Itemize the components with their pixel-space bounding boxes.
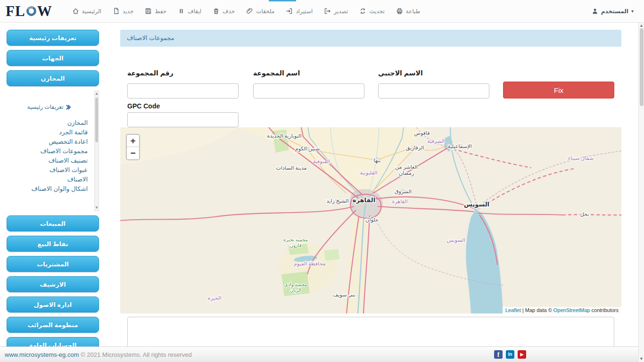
toolbar-item-label: حفظ [155,8,166,15]
submenu-link-reallocation[interactable]: اعادة التخصيص [10,137,92,146]
map-place-label: شمال سيناء [568,155,594,161]
map-place-label: القليوبية [360,170,378,176]
toolbar-save-button[interactable]: حفظ [145,8,166,15]
toolbar-export-button[interactable]: تصدير [324,8,348,15]
toolbar-attachments-button[interactable]: ملحقات [246,8,274,15]
map-place-label: شبين الكوم [295,146,320,152]
map-place-label: العاشر من [395,164,418,170]
toolbar-print-button[interactable]: طباعة [396,8,420,15]
submenu-scrollbar-thumb[interactable] [95,98,98,142]
toolbar-item-label: ايقاف [188,8,201,15]
map-place-label: محمية بحيرة [283,237,308,242]
toolbar-new-button[interactable]: جديد [113,8,133,15]
page-scrollbar-thumb[interactable] [640,28,644,106]
map-place-label: بنها [374,157,381,164]
toolbar-pause-button[interactable]: ايقاف [178,8,201,15]
logo-text-pre: FL [6,3,25,20]
logo-o-mark [25,5,37,17]
group-number-input[interactable] [127,83,239,99]
pause-icon [178,8,185,15]
toolbar-item-label: تحديث [369,8,385,15]
print-icon [396,8,403,15]
gpc-code-label: GPC Code [127,102,160,110]
submenu-link-items[interactable]: الاصناف [10,174,92,184]
user-icon [592,8,598,15]
submenu-link-item-packages[interactable]: عبوات الاصناف [10,165,92,174]
toolbar-home-button[interactable]: الرئيسية [72,8,101,15]
sidebar-item-pos[interactable]: نقاط البيع [7,236,99,252]
map-place-label: مدينة السادات [276,165,307,171]
facebook-icon[interactable]: f [494,350,503,359]
map-place-label: نخل [580,211,589,217]
submenu-link-warehouses[interactable]: المخازن [10,118,92,127]
map-place-label: الشيخ زايد [327,198,349,204]
sidebar-item-tax-system[interactable]: منظومة الضرائب [7,317,99,333]
save-icon [145,8,152,15]
microsystems-link[interactable]: www.microsystems-eg.com [5,351,79,358]
map-place-label: الشرقية [428,138,445,144]
scroll-down-icon[interactable]: ▼ [639,356,644,362]
user-menu[interactable]: المستخدم ▾ [592,8,634,15]
map-attribution: Leaflet | Map data © OpenStreetMap contr… [503,307,621,313]
zoom-out-button[interactable]: − [127,147,139,159]
map-place-label: رمضان [399,170,414,176]
attribution-text: | Map data © [521,307,553,313]
attribution-suffix: contributors [590,307,619,313]
page-scrollbar[interactable]: ▲ ▼ [638,23,644,362]
toolbar-item-label: حذف [223,8,235,15]
osm-link[interactable]: OpenStreetMap [553,307,590,313]
map-place-label: الريان [290,288,302,293]
toolbar-delete-button[interactable]: حذف [213,8,235,15]
map-place-label: محافظة الفيوم [294,261,325,267]
scroll-down-icon[interactable]: ▼ [95,205,99,211]
linkedin-icon[interactable]: in [506,350,514,359]
sidebar-item-purchases[interactable]: المشتريات [7,256,99,272]
sidebar-item-sales[interactable]: المبيعات [7,215,99,231]
map-zoom-control: + − [126,134,140,160]
main-content: مجموعات الاصناف رقم المجموعة اسم المجموع… [120,30,621,354]
sidebar-item-entities[interactable]: الجهات [7,50,99,66]
submenu-link-item-groups[interactable]: مجموعات الاصناف [10,146,92,156]
map-place-label: محمية وادي [284,282,307,288]
social-icons: f in ▶ [494,350,526,359]
map-place-label: بني سويف [333,292,355,298]
logo-text-post: W [37,3,52,20]
leaflet-link[interactable]: Leaflet [505,307,521,313]
paperclip-icon [246,8,253,15]
copyright-text: © 2021 Microsystems. All rights reserved [81,351,192,358]
submenu-scrollbar[interactable]: ▲ ▼ [94,90,99,211]
sidebar-item-asset-management[interactable]: ادارة الاصول [7,296,99,313]
refresh-icon [359,8,366,15]
foreign-name-input[interactable] [378,83,489,99]
home-icon [72,8,79,15]
youtube-icon[interactable]: ▶ [518,350,526,359]
submenu-link-item-classification[interactable]: تصنيف الاصناف [10,156,92,165]
group-number-label: رقم المجموعة [127,69,173,77]
scroll-up-icon[interactable]: ▲ [95,91,99,97]
group-name-input[interactable] [253,83,364,99]
submenu-link-inventory-list[interactable]: قائمة الجرد [10,127,92,137]
fix-button[interactable]: Fix [503,82,614,99]
import-icon [286,8,293,15]
zoom-in-button[interactable]: + [127,135,139,147]
map-place-label: القاهرة [353,197,375,204]
sidebar-item-archive[interactable]: الارشيف [7,276,99,292]
map-place-label: الإسماعيلية [448,143,472,149]
submenu-link-item-shapes-colors[interactable]: اشكال والوان الاصناف [10,184,92,193]
submenu-header-label: تعريفات رئيسية [27,104,64,110]
sidebar-item-main-definitions[interactable]: تعريفات رئيسية [7,30,99,46]
toolbar-item-label: الرئيسية [82,8,101,15]
toolbar-refresh-button[interactable]: تحديث [359,8,385,15]
leaflet-map[interactable]: قاقوسالشرقيةالزقازيقالنوبارية الجديدةشبي… [120,127,621,313]
top-toolbar: FLW الرئيسية جديد حفظ ايقاف حذف ملحقات [0,0,644,23]
sidebar-item-warehouses[interactable]: المخازن [7,70,99,86]
toolbar-item-label: تصدير [334,8,348,15]
sidebar: تعريفات رئيسية الجهات المخازن تعريفات رئ… [7,30,99,353]
flow-logo: FLW [6,3,52,20]
group-name-label: اسم المجموعة [253,69,300,77]
page-title: مجموعات الاصناف [120,30,621,47]
toolbar-import-button[interactable]: استيراد [286,8,313,15]
map-place-label: السويس [464,201,489,208]
chevron-right-icon [66,105,71,110]
gpc-code-input[interactable] [127,112,239,127]
